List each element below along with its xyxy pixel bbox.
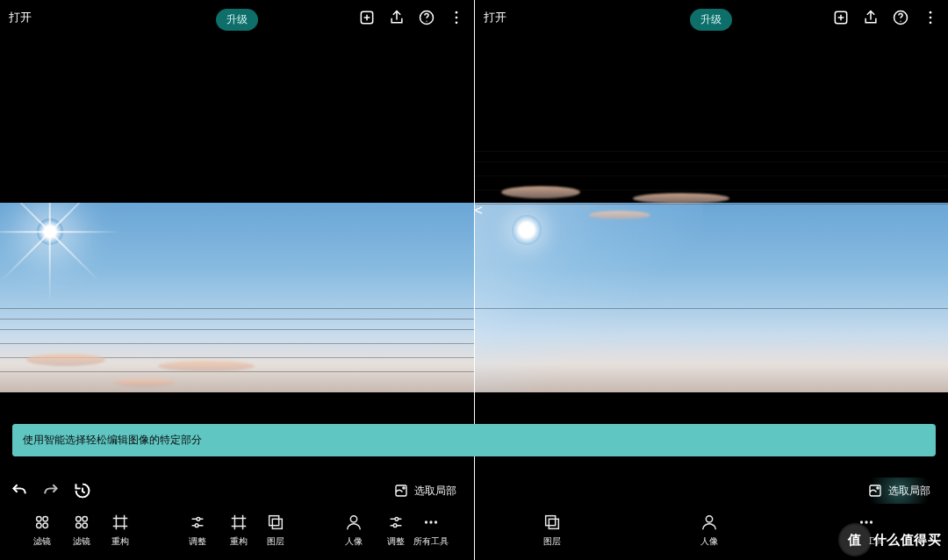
svg-point-37 <box>860 521 863 523</box>
tool-recompose[interactable]: 重构 <box>161 513 318 548</box>
share-icon[interactable] <box>862 9 880 26</box>
svg-point-23 <box>930 11 932 14</box>
open-button[interactable]: 打开 <box>484 10 506 25</box>
help-icon[interactable] <box>892 9 909 26</box>
bottom-toolbar: 滤镜 重构 调整 图层 人像 所有工具 <box>0 509 948 560</box>
svg-point-38 <box>865 521 867 523</box>
upgrade-pill[interactable]: 升级 <box>216 9 258 31</box>
upgrade-pill[interactable]: 升级 <box>690 9 732 31</box>
more-icon[interactable] <box>448 9 465 26</box>
svg-point-36 <box>706 516 712 522</box>
triptych-container: 打开 升级 <box>0 0 948 560</box>
undo-row: 选取局部 <box>0 476 948 506</box>
top-bar: 打开 升级 <box>0 0 474 35</box>
help-icon[interactable] <box>418 9 435 26</box>
tool-adjust[interactable]: 调整 <box>317 513 474 548</box>
svg-point-5 <box>455 22 457 25</box>
top-bar: 打开 升级 <box>475 0 949 35</box>
photo-preview[interactable] <box>0 203 474 392</box>
svg-point-24 <box>930 17 932 19</box>
open-button[interactable]: 打开 <box>9 10 32 25</box>
add-icon[interactable] <box>358 9 376 26</box>
svg-point-29 <box>83 517 88 522</box>
svg-point-39 <box>870 521 873 523</box>
svg-rect-34 <box>546 516 556 526</box>
more-icon[interactable] <box>922 9 939 26</box>
svg-point-4 <box>455 17 457 19</box>
svg-point-31 <box>83 523 88 528</box>
tool-layers[interactable]: 图层 <box>474 513 631 548</box>
svg-rect-35 <box>549 519 559 528</box>
svg-point-33 <box>393 524 397 528</box>
tool-portrait[interactable]: 人像 <box>631 513 788 548</box>
svg-point-2 <box>426 21 427 22</box>
svg-point-30 <box>76 523 82 528</box>
redo-icon[interactable] <box>42 482 60 499</box>
svg-point-32 <box>395 518 399 521</box>
history-icon[interactable] <box>74 482 91 499</box>
add-icon[interactable] <box>832 9 850 26</box>
tip-banner[interactable]: 使用智能选择轻松编辑图像的特定部分 <box>12 424 936 456</box>
share-icon[interactable] <box>388 9 406 26</box>
svg-point-27 <box>877 487 879 489</box>
select-local-button[interactable]: 选取局部 <box>860 477 937 504</box>
select-local-label: 选取局部 <box>888 484 930 499</box>
photo-preview[interactable]: < <box>475 203 949 392</box>
watermark-badge: 值 <box>840 525 870 555</box>
svg-point-28 <box>76 517 82 522</box>
watermark: 值 什么值得买 <box>840 525 942 555</box>
undo-icon[interactable] <box>11 482 28 499</box>
svg-point-3 <box>455 11 457 14</box>
svg-point-25 <box>930 22 932 25</box>
svg-point-22 <box>900 21 901 22</box>
watermark-text: 什么值得买 <box>873 532 942 549</box>
tool-filter[interactable]: 滤镜 <box>4 513 161 548</box>
